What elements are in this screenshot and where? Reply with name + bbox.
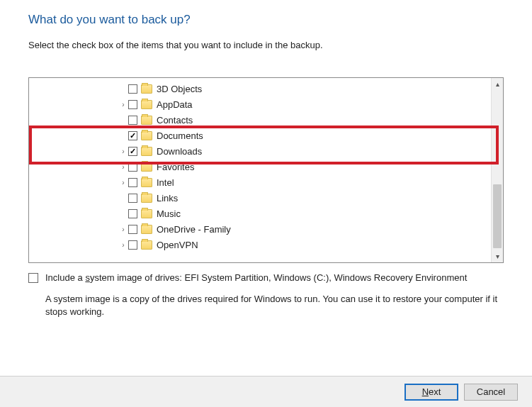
tree-item-label: Favorites bbox=[157, 162, 194, 172]
tree-checkbox[interactable] bbox=[128, 84, 137, 94]
tree-row[interactable]: Music bbox=[29, 206, 503, 221]
tree-row[interactable]: ›OpenVPN bbox=[29, 237, 503, 252]
folder-icon bbox=[141, 116, 152, 125]
system-image-label: Include a system image of drives: EFI Sy… bbox=[45, 272, 504, 319]
tree-row[interactable]: ›Downloads bbox=[29, 143, 503, 159]
cancel-button[interactable]: Cancel bbox=[464, 384, 518, 401]
tree-item-label: Documents bbox=[157, 130, 203, 141]
folder-icon bbox=[141, 84, 152, 94]
expand-chevron-icon[interactable]: › bbox=[118, 101, 128, 108]
expand-chevron-icon[interactable]: › bbox=[118, 179, 128, 186]
tree-row[interactable]: ›Favorites bbox=[29, 159, 503, 174]
tree-checkbox[interactable] bbox=[128, 131, 137, 140]
tree-item-label: Music bbox=[157, 208, 181, 219]
tree-item-label: Contacts bbox=[157, 115, 193, 126]
folder-icon bbox=[141, 100, 152, 109]
scrollbar[interactable]: ▴ ▾ bbox=[491, 78, 503, 262]
tree-checkbox[interactable] bbox=[128, 240, 137, 250]
next-button[interactable]: Next bbox=[404, 384, 458, 401]
tree-checkbox[interactable] bbox=[128, 225, 137, 234]
tree-checkbox[interactable] bbox=[128, 162, 137, 172]
button-bar: Next Cancel bbox=[0, 376, 532, 407]
folder-icon bbox=[141, 240, 152, 250]
page-subtitle: Select the check box of the items that y… bbox=[28, 40, 504, 50]
folder-icon bbox=[141, 225, 152, 234]
folder-icon bbox=[141, 209, 152, 218]
tree-item-label: Downloads bbox=[157, 146, 202, 157]
folder-icon bbox=[141, 131, 152, 140]
tree-checkbox[interactable] bbox=[128, 178, 137, 187]
tree-checkbox[interactable] bbox=[128, 100, 137, 109]
tree-row[interactable]: ›Intel bbox=[29, 174, 503, 190]
tree-row[interactable]: ›OneDrive - Family bbox=[29, 221, 503, 237]
tree-row[interactable]: Contacts bbox=[29, 112, 503, 128]
folder-icon bbox=[141, 162, 152, 172]
tree-item-label: OneDrive - Family bbox=[157, 224, 231, 235]
folder-tree[interactable]: 3D Objects›AppDataContactsDocuments›Down… bbox=[28, 77, 504, 263]
page-title: What do you want to back up? bbox=[28, 13, 504, 27]
tree-row[interactable]: ›AppData bbox=[29, 96, 503, 112]
tree-row[interactable]: 3D Objects bbox=[29, 81, 503, 96]
tree-row[interactable]: Documents bbox=[29, 128, 503, 143]
scroll-down-icon[interactable]: ▾ bbox=[492, 250, 503, 262]
tree-row[interactable]: Links bbox=[29, 190, 503, 206]
folder-icon bbox=[141, 194, 152, 203]
expand-chevron-icon[interactable]: › bbox=[118, 163, 128, 171]
tree-item-label: OpenVPN bbox=[157, 240, 198, 250]
system-image-checkbox[interactable] bbox=[28, 273, 38, 283]
system-image-option[interactable]: Include a system image of drives: EFI Sy… bbox=[28, 270, 504, 319]
tree-item-label: AppData bbox=[157, 99, 193, 110]
expand-chevron-icon[interactable]: › bbox=[118, 147, 128, 155]
tree-item-label: 3D Objects bbox=[157, 84, 202, 94]
scroll-up-icon[interactable]: ▴ bbox=[492, 78, 503, 90]
folder-icon bbox=[141, 178, 152, 187]
tree-checkbox[interactable] bbox=[128, 194, 137, 203]
tree-checkbox[interactable] bbox=[128, 147, 137, 156]
tree-item-label: Links bbox=[157, 193, 178, 203]
expand-chevron-icon[interactable]: › bbox=[118, 241, 128, 249]
scroll-thumb[interactable] bbox=[493, 184, 502, 248]
tree-item-label: Intel bbox=[157, 177, 174, 188]
tree-checkbox[interactable] bbox=[128, 116, 137, 125]
folder-icon bbox=[141, 147, 152, 156]
expand-chevron-icon[interactable]: › bbox=[118, 225, 128, 233]
tree-checkbox[interactable] bbox=[128, 209, 137, 218]
